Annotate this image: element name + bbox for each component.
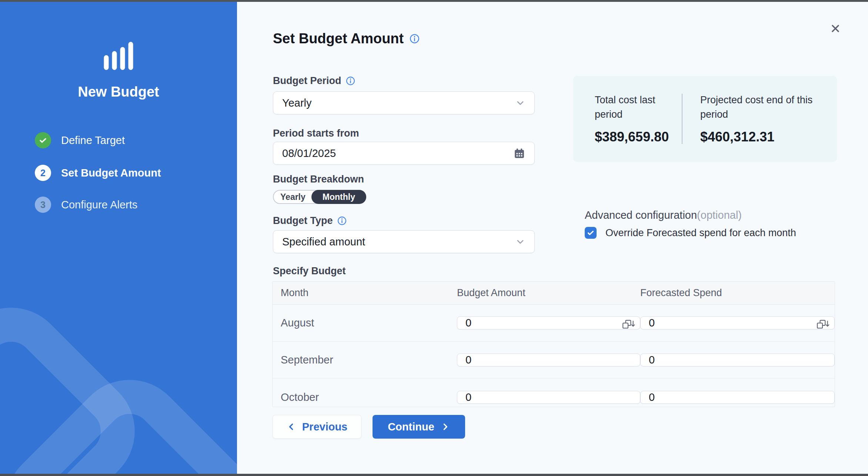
breakdown-option-yearly[interactable]: Yearly <box>274 191 312 203</box>
window-bottom-bar <box>0 474 868 476</box>
total-cost-stat: Total cost last period $389,659.80 <box>595 93 682 145</box>
step-label: Set Budget Amount <box>61 167 161 179</box>
info-icon[interactable] <box>410 34 420 44</box>
budget-period-value: Yearly <box>282 97 515 109</box>
table-header-row: Month Budget Amount Forecasted Spend <box>273 282 835 305</box>
chevron-right-icon <box>440 422 450 432</box>
month-cell: September <box>273 354 457 366</box>
chevron-left-icon <box>287 422 296 432</box>
step-number-badge: 2 <box>35 165 51 181</box>
breakdown-option-monthly[interactable]: Monthly <box>311 190 366 204</box>
budget-breakdown-toggle: Yearly Monthly <box>273 190 366 204</box>
logo-bar <box>120 47 125 70</box>
month-cell: October <box>273 391 457 403</box>
budget-amount-input-august[interactable] <box>457 316 640 329</box>
specify-budget-label: Specify Budget <box>273 265 346 277</box>
info-icon[interactable] <box>346 76 355 86</box>
step-number-badge: 3 <box>35 197 51 213</box>
step-define-target[interactable]: Define Target <box>35 132 125 148</box>
advanced-config-title: Advanced configuration <box>585 209 697 221</box>
budget-amount-input-september[interactable] <box>457 353 640 366</box>
calendar-icon[interactable] <box>513 147 525 160</box>
specify-budget-table: Month Budget Amount Forecasted Spend Aug… <box>272 281 835 407</box>
logo-bar <box>112 51 117 70</box>
chevron-down-icon <box>515 237 525 247</box>
copy-down-icon[interactable] <box>816 319 829 330</box>
column-header-budget-amount: Budget Amount <box>457 287 640 299</box>
budget-period-label: Budget Period <box>273 75 341 87</box>
table-row-september: September <box>273 342 835 379</box>
forecasted-spend-input-august[interactable] <box>640 316 835 329</box>
budget-type-select[interactable]: Specified amount <box>273 230 535 253</box>
table-row-october: October <box>273 379 835 407</box>
stat-label: Total cost last period <box>595 93 682 122</box>
forecasted-spend-input-october[interactable] <box>640 391 835 404</box>
page-title: Set Budget Amount <box>273 31 404 47</box>
wizard-title: New Budget <box>0 84 237 100</box>
previous-button-label: Previous <box>302 421 348 433</box>
check-circle-icon <box>35 132 51 148</box>
wizard-sidebar: New Budget Define Target 2 Set Budget Am… <box>0 2 237 474</box>
continue-button-label: Continue <box>388 421 434 433</box>
step-label: Define Target <box>61 134 125 147</box>
previous-button[interactable]: Previous <box>273 415 361 439</box>
table-row-august: August <box>273 305 835 342</box>
window-top-bar <box>0 0 868 2</box>
budget-period-select[interactable]: Yearly <box>273 91 535 114</box>
step-set-budget-amount[interactable]: 2 Set Budget Amount <box>35 165 161 181</box>
chevron-down-icon <box>515 98 525 108</box>
period-starts-label: Period starts from <box>273 128 359 139</box>
budget-type-label: Budget Type <box>273 215 333 227</box>
advanced-config-optional: (optional) <box>697 209 742 221</box>
bar-chart-logo-icon <box>104 42 133 70</box>
copy-down-icon[interactable] <box>622 319 635 330</box>
cost-stats-card: Total cost last period $389,659.80 Proje… <box>573 76 837 162</box>
projected-cost-stat: Projected cost end of this period $460,3… <box>682 93 815 145</box>
budget-amount-input-october[interactable] <box>457 391 640 404</box>
period-start-date-input[interactable] <box>282 147 513 160</box>
column-header-month: Month <box>273 287 457 299</box>
budget-type-value: Specified amount <box>282 236 515 248</box>
stat-value: $460,312.31 <box>700 129 815 145</box>
override-forecast-label: Override Forecasted spend for each month <box>605 227 796 239</box>
logo-bar <box>128 42 133 70</box>
budget-breakdown-label: Budget Breakdown <box>273 174 364 185</box>
info-icon[interactable] <box>337 216 347 225</box>
set-budget-amount-panel: Set Budget Amount Budget Period Yearly P… <box>237 2 868 474</box>
forecasted-spend-input-september[interactable] <box>640 353 835 366</box>
step-configure-alerts[interactable]: 3 Configure Alerts <box>35 197 137 213</box>
logo-bar <box>104 55 109 70</box>
close-icon[interactable] <box>828 21 843 36</box>
period-start-date-field <box>273 142 535 165</box>
step-label: Configure Alerts <box>61 199 137 211</box>
override-forecast-checkbox[interactable] <box>585 227 597 239</box>
new-budget-modal: New Budget Define Target 2 Set Budget Am… <box>0 0 868 476</box>
column-header-forecasted-spend: Forecasted Spend <box>640 287 835 299</box>
continue-button[interactable]: Continue <box>373 415 465 439</box>
month-cell: August <box>273 317 457 329</box>
stat-label: Projected cost end of this period <box>700 93 815 122</box>
stat-value: $389,659.80 <box>595 129 682 145</box>
